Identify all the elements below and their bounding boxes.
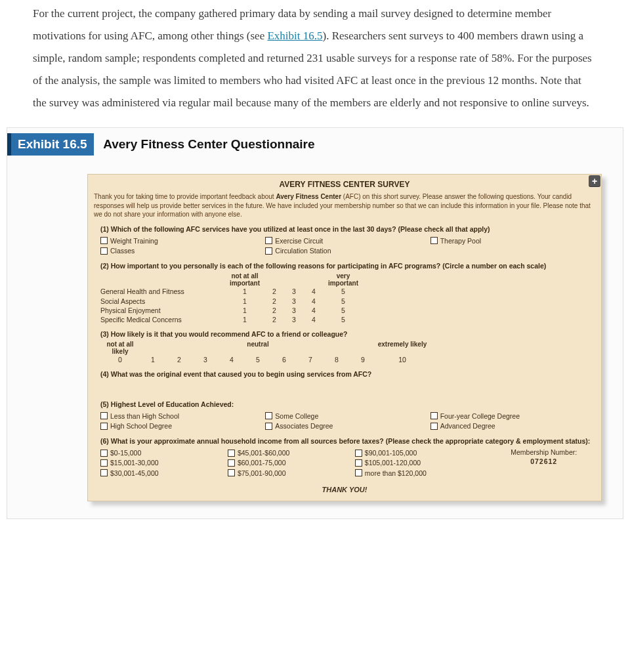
nps-num[interactable]: 8 xyxy=(324,355,350,364)
question-2: (2) How important to you personally is e… xyxy=(100,261,595,324)
question-4: (4) What was the original event that cau… xyxy=(100,369,595,394)
scale-num[interactable]: 1 xyxy=(225,315,264,324)
q2-text: (2) How important to you personally is e… xyxy=(100,261,595,270)
scale-num[interactable]: 3 xyxy=(284,315,304,324)
nps-num[interactable]: 5 xyxy=(245,355,271,364)
scale-num[interactable]: 3 xyxy=(284,297,304,306)
nps-num[interactable]: 10 xyxy=(376,355,429,364)
q5-option-label: High School Degree xyxy=(110,421,172,430)
q6-text: (6) What is your approximate annual hous… xyxy=(100,436,595,446)
scale-num[interactable]: 1 xyxy=(225,287,264,296)
q5-option-label: Advanced Degree xyxy=(440,421,495,430)
scale-num[interactable]: 5 xyxy=(324,306,363,315)
scale-num[interactable]: 2 xyxy=(264,306,284,315)
q6-option-label: $45,001-$60,000 xyxy=(238,448,289,457)
nps-num[interactable]: 6 xyxy=(271,355,297,364)
survey-intro-1: Thank you for taking time to provide imp… xyxy=(94,193,276,200)
nps-num[interactable]: 1 xyxy=(140,355,166,364)
q6-option-label: $75,001-90,000 xyxy=(238,469,286,478)
q6-option[interactable]: $60,001-75,000 xyxy=(228,458,351,467)
q6-option[interactable]: $30,001-45,000 xyxy=(100,469,224,478)
checkbox-icon xyxy=(100,247,108,255)
question-5: (5) Highest Level of Education Achieved:… xyxy=(100,400,595,432)
nps-num[interactable]: 4 xyxy=(219,355,245,364)
scale-num[interactable]: 2 xyxy=(264,297,284,306)
q1-option-label: Circulation Station xyxy=(275,246,331,255)
q4-text: (4) What was the original event that cau… xyxy=(100,369,595,379)
q1-option[interactable]: Therapy Pool xyxy=(430,236,595,245)
q6-option-label: $60,001-75,000 xyxy=(238,458,286,467)
survey-intro: Thank you for taking time to provide imp… xyxy=(94,192,595,219)
q1-option-label: Therapy Pool xyxy=(440,236,481,245)
q5-option[interactable]: Some College xyxy=(265,411,430,421)
q5-option[interactable]: Advanced Degree xyxy=(430,421,595,430)
q1-option-label: Weight Training xyxy=(110,236,158,245)
q6-option-label: $15,001-30,000 xyxy=(110,458,159,467)
q6-option-label: $0-15,000 xyxy=(110,448,141,457)
q2-row-label: General Health and Fitness xyxy=(100,287,225,296)
checkbox-icon xyxy=(228,450,235,457)
scale-num[interactable]: 3 xyxy=(284,306,304,315)
q3-low-label: not at all likely xyxy=(100,341,140,355)
question-1: (1) Which of the following AFC services … xyxy=(100,224,595,257)
question-6: (6) What is your approximate annual hous… xyxy=(100,436,595,478)
q2-row: Social Aspects 1 2 3 4 5 xyxy=(100,297,595,306)
scale-num[interactable]: 4 xyxy=(304,306,324,315)
checkbox-icon xyxy=(355,450,362,457)
q6-option[interactable]: $90,001-105,000 xyxy=(355,448,489,457)
q2-high-label: very important xyxy=(324,272,363,287)
q2-row: General Health and Fitness 1 2 3 4 5 xyxy=(100,287,595,296)
q3-text: (3) How likely is it that you would reco… xyxy=(100,329,595,339)
q1-option[interactable]: Circulation Station xyxy=(265,246,430,255)
q6-option[interactable]: $75,001-90,000 xyxy=(228,469,351,478)
membership-number: Membership Number: 072612 xyxy=(492,448,595,478)
checkbox-icon xyxy=(355,469,362,476)
scale-num[interactable]: 5 xyxy=(324,297,363,306)
q1-option[interactable]: Weight Training xyxy=(100,236,265,245)
checkbox-icon xyxy=(228,459,235,467)
q3-high-label: extremely likely xyxy=(376,341,429,355)
nps-num[interactable]: 7 xyxy=(297,355,324,364)
nps-num[interactable]: 0 xyxy=(100,355,140,364)
checkbox-icon xyxy=(265,247,272,255)
q1-option[interactable]: Classes xyxy=(100,246,265,255)
q6-option-label: $30,001-45,000 xyxy=(110,469,159,478)
nps-num[interactable]: 9 xyxy=(350,355,376,364)
nps-num[interactable]: 3 xyxy=(192,355,219,364)
checkbox-icon xyxy=(265,412,272,419)
q2-row-label: Physical Enjoyment xyxy=(100,306,225,315)
nps-num[interactable]: 2 xyxy=(166,355,192,364)
checkbox-icon xyxy=(430,423,438,430)
scale-num[interactable]: 1 xyxy=(225,297,264,306)
expand-icon[interactable]: + xyxy=(589,175,600,187)
q6-option-label: $105,001-120,000 xyxy=(365,458,421,467)
q5-text: (5) Highest Level of Education Achieved: xyxy=(100,400,595,409)
scale-num[interactable]: 5 xyxy=(324,315,363,324)
q2-low-label: not at all important xyxy=(225,272,264,287)
scale-num[interactable]: 4 xyxy=(304,297,324,306)
q6-option[interactable]: $45,001-$60,000 xyxy=(228,448,351,457)
scale-num[interactable]: 4 xyxy=(304,315,324,324)
exhibit-title: Avery Fitness Center Questionnaire xyxy=(103,137,314,151)
q5-option-label: Four-year College Degree xyxy=(440,411,520,421)
q1-option[interactable]: Exercise Circuit xyxy=(265,236,430,245)
q3-mid-label: neutral xyxy=(245,341,271,355)
q6-option[interactable]: more than $120,000 xyxy=(355,469,489,478)
scale-num[interactable]: 2 xyxy=(264,287,284,296)
q6-option[interactable]: $15,001-30,000 xyxy=(100,458,224,467)
checkbox-icon xyxy=(100,237,108,244)
q2-row: Physical Enjoyment 1 2 3 4 5 xyxy=(100,306,595,315)
scale-num[interactable]: 5 xyxy=(324,287,363,296)
q5-option[interactable]: Four-year College Degree xyxy=(430,411,595,421)
q5-option[interactable]: Less than High School xyxy=(100,411,265,421)
q6-option-label: $90,001-105,000 xyxy=(365,448,417,457)
scale-num[interactable]: 4 xyxy=(304,287,324,296)
q6-option[interactable]: $105,001-120,000 xyxy=(355,458,489,467)
scale-num[interactable]: 2 xyxy=(264,315,284,324)
exhibit-link[interactable]: Exhibit 16.5 xyxy=(267,30,322,42)
scale-num[interactable]: 1 xyxy=(225,306,264,315)
q5-option[interactable]: Associates Degree xyxy=(265,421,430,430)
q5-option[interactable]: High School Degree xyxy=(100,421,265,430)
q6-option[interactable]: $0-15,000 xyxy=(100,448,224,457)
scale-num[interactable]: 3 xyxy=(284,287,304,296)
